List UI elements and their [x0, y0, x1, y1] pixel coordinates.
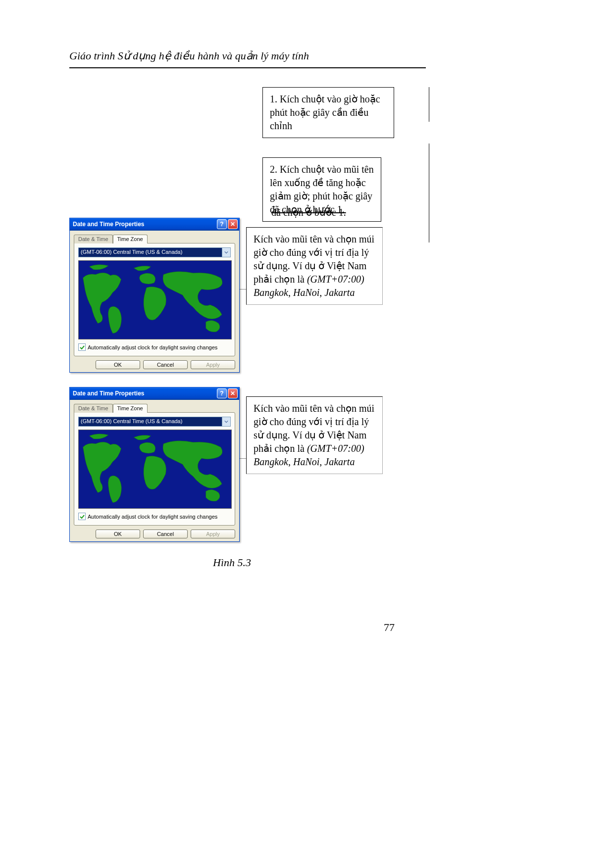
- world-map: [78, 430, 232, 509]
- callout-text: 1. Kích chuột vào giờ hoặc phút hoặc giâ…: [270, 94, 380, 131]
- check-icon: [80, 345, 85, 350]
- cancel-button[interactable]: Cancel: [143, 530, 188, 538]
- daylight-saving-checkbox[interactable]: [78, 513, 86, 520]
- tab-date-time[interactable]: Date & Time: [74, 235, 113, 243]
- close-button[interactable]: ✕: [228, 388, 238, 398]
- tab-panel-time-zone: (GMT-06:00) Central Time (US & Canada): [74, 412, 235, 526]
- struck-text-fragment: đã chọn ở bước 1.: [271, 206, 346, 218]
- callout-timezone-2: Kích vào mũi tên và chọn múi giờ cho đún…: [246, 396, 383, 474]
- vertical-rule: [429, 218, 429, 242]
- daylight-saving-label: Automatically adjust clock for daylight …: [88, 344, 217, 350]
- callout-step-1: 1. Kích chuột vào giờ hoặc phút hoặc giâ…: [262, 87, 394, 138]
- tab-date-time[interactable]: Date & Time: [74, 404, 113, 413]
- header-rule: [69, 67, 426, 68]
- vertical-rule: [429, 144, 429, 218]
- date-time-properties-dialog: Date and Time Properties ? ✕ Date & Time…: [69, 218, 240, 373]
- daylight-saving-checkbox[interactable]: [78, 343, 86, 351]
- daylight-saving-label: Automatically adjust clock for daylight …: [88, 514, 217, 520]
- page-number: 77: [384, 621, 395, 634]
- world-map: [78, 260, 232, 339]
- ok-button[interactable]: OK: [96, 360, 140, 369]
- cancel-button[interactable]: Cancel: [143, 360, 188, 369]
- apply-button[interactable]: Apply: [191, 530, 235, 538]
- vertical-rule: [429, 87, 429, 122]
- date-time-properties-dialog: Date and Time Properties ? ✕ Date & Time…: [69, 387, 240, 542]
- timezone-dropdown[interactable]: (GMT-06:00) Central Time (US & Canada): [78, 417, 231, 427]
- dropdown-arrow-button[interactable]: [222, 417, 230, 426]
- help-button[interactable]: ?: [217, 388, 227, 398]
- dialog-titlebar[interactable]: Date and Time Properties ? ✕: [70, 387, 239, 400]
- timezone-selected-text: (GMT-06:00) Central Time (US & Canada): [79, 417, 222, 426]
- dialog-titlebar[interactable]: Date and Time Properties ? ✕: [70, 218, 239, 231]
- help-icon: ?: [220, 221, 223, 228]
- dropdown-arrow-button[interactable]: [222, 248, 230, 257]
- tab-panel-time-zone: (GMT-06:00) Central Time (US & Canada): [74, 243, 235, 356]
- apply-button[interactable]: Apply: [191, 360, 235, 369]
- chevron-down-icon: [224, 420, 228, 423]
- document-header: Giáo trình Sử dụng hệ điều hành và quản …: [69, 49, 545, 62]
- close-button[interactable]: ✕: [228, 219, 238, 229]
- ok-button[interactable]: OK: [96, 530, 140, 538]
- dialog-title: Date and Time Properties: [73, 221, 145, 228]
- tab-time-zone[interactable]: Time Zone: [113, 235, 148, 243]
- figure-caption: Hình 5.3: [213, 556, 251, 569]
- tab-time-zone[interactable]: Time Zone: [113, 404, 148, 413]
- timezone-selected-text: (GMT-06:00) Central Time (US & Canada): [79, 248, 222, 257]
- help-button[interactable]: ?: [217, 219, 227, 229]
- callout-timezone-1: Kích vào mũi tên và chọn múi giờ cho đún…: [246, 227, 383, 305]
- check-icon: [80, 514, 85, 519]
- chevron-down-icon: [224, 251, 228, 254]
- dialog-title: Date and Time Properties: [73, 390, 145, 397]
- help-icon: ?: [220, 390, 223, 397]
- close-icon: ✕: [230, 390, 235, 397]
- timezone-dropdown[interactable]: (GMT-06:00) Central Time (US & Canada): [78, 247, 231, 257]
- close-icon: ✕: [230, 221, 235, 228]
